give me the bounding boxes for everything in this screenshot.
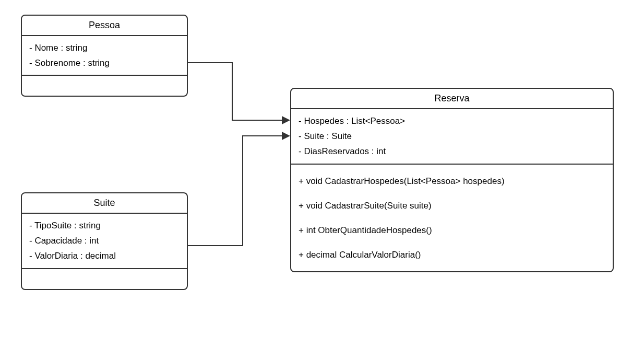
uml-method: + void CadastrarHospedes(List<Pessoa> ho… bbox=[299, 169, 605, 193]
arrowhead-icon bbox=[282, 116, 290, 124]
uml-attribute: - Sobrenome : string bbox=[29, 55, 180, 71]
uml-class-suite: Suite - TipoSuite : string - Capacidade … bbox=[21, 192, 188, 290]
uml-class-header: Suite bbox=[22, 193, 187, 214]
uml-class-reserva: Reserva - Hospedes : List<Pessoa> - Suit… bbox=[290, 88, 614, 272]
uml-methods-section bbox=[22, 76, 187, 96]
uml-attribute: - Nome : string bbox=[29, 40, 180, 55]
uml-attribute: - Suite : Suite bbox=[299, 129, 605, 144]
uml-class-header: Reserva bbox=[291, 89, 613, 109]
uml-class-header: Pessoa bbox=[22, 16, 187, 36]
uml-methods-section bbox=[22, 269, 187, 289]
uml-attributes-section: - Nome : string - Sobrenome : string bbox=[22, 36, 187, 76]
uml-attribute: - Hospedes : List<Pessoa> bbox=[299, 113, 605, 129]
uml-attributes-section: - Hospedes : List<Pessoa> - Suite : Suit… bbox=[291, 109, 613, 165]
uml-attribute: - ValorDiaria : decimal bbox=[29, 248, 180, 263]
uml-methods-section: + void CadastrarHospedes(List<Pessoa> ho… bbox=[291, 165, 613, 272]
connector-pessoa-reserva bbox=[188, 63, 282, 120]
uml-method: + decimal CalcularValorDiaria() bbox=[299, 242, 605, 267]
uml-attributes-section: - TipoSuite : string - Capacidade : int … bbox=[22, 214, 187, 269]
uml-attribute: - TipoSuite : string bbox=[29, 218, 180, 233]
connector-suite-reserva bbox=[188, 136, 282, 246]
uml-attribute: - DiasReservados : int bbox=[299, 144, 605, 159]
uml-method: + void CadastrarSuite(Suite suite) bbox=[299, 193, 605, 218]
uml-attribute: - Capacidade : int bbox=[29, 233, 180, 248]
uml-class-pessoa: Pessoa - Nome : string - Sobrenome : str… bbox=[21, 15, 188, 97]
arrowhead-icon bbox=[282, 132, 290, 140]
uml-method: + int ObterQuantidadeHospedes() bbox=[299, 218, 605, 242]
